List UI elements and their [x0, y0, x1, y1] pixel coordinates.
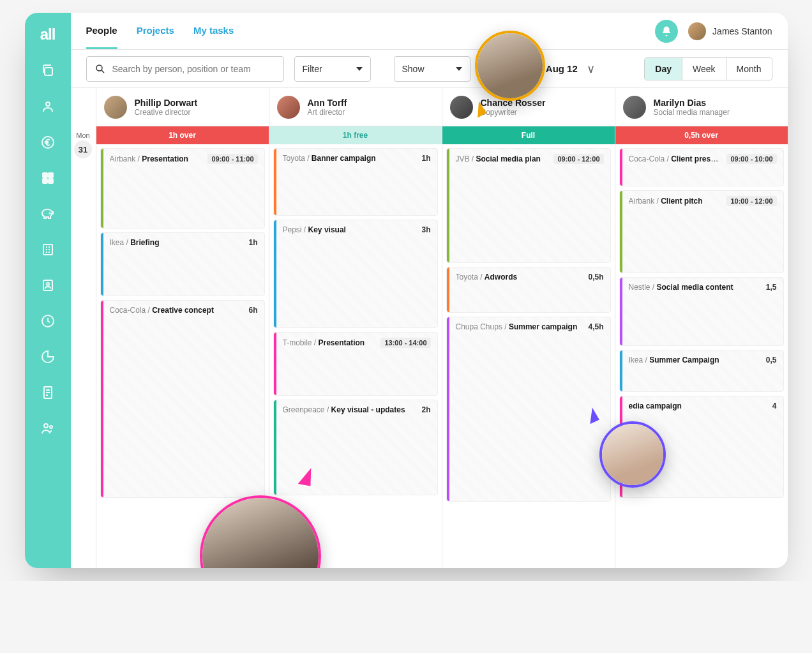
- person-column: Chance RosserCopywriterFullJVB / Social …: [442, 88, 615, 568]
- task-duration: 0,5: [766, 356, 777, 364]
- building-icon[interactable]: [40, 241, 56, 258]
- task-duration: 0,5h: [588, 273, 603, 281]
- avatar: [104, 96, 127, 119]
- tab-mytasks[interactable]: My tasks: [193, 25, 234, 49]
- task-card[interactable]: Greenpeace / Key visual - updates2h: [273, 400, 438, 495]
- task-title: Greenpeace / Key visual - updates: [283, 405, 405, 414]
- task-title: Airbank / Client pitch: [629, 197, 703, 206]
- task-duration: 6h: [248, 306, 257, 315]
- board: Mon 31 Phillip DorwartCreative director1…: [71, 88, 788, 568]
- next-button[interactable]: ∨: [587, 62, 595, 76]
- task-card[interactable]: JVB / Social media plan09:00 - 12:00: [446, 148, 611, 263]
- person-role: Creative director: [135, 108, 198, 117]
- avatar: [623, 96, 646, 119]
- person-column: Ann TorffArt director1h freeToyota / Ban…: [269, 88, 442, 568]
- task-card[interactable]: Nestle / Social media content1,5: [619, 277, 784, 346]
- task-card[interactable]: Toyota / Adwords0,5h: [446, 267, 611, 313]
- svg-line-16: [102, 70, 104, 73]
- task-card[interactable]: Ikea / Briefing1h: [100, 232, 265, 296]
- task-card[interactable]: Pepsi / Key visual3h: [273, 220, 438, 328]
- main: People Projects My tasks James Stanton F…: [71, 13, 788, 568]
- task-card[interactable]: Ikea / Summer Campaign0,5: [619, 350, 784, 392]
- svg-rect-5: [43, 179, 47, 183]
- task-time: 09:00 - 12:00: [553, 154, 603, 164]
- person-header: Marilyn DiasSocial media manager: [615, 88, 788, 126]
- task-time: 10:00 - 12:00: [726, 196, 776, 206]
- search-box[interactable]: [86, 56, 284, 82]
- person-header: Ann TorffArt director: [269, 88, 442, 126]
- view-switch: Day Week Month: [644, 57, 772, 80]
- notifications-button[interactable]: [655, 20, 678, 43]
- task-duration: 4: [772, 402, 777, 410]
- status-bar: 1h over: [96, 126, 269, 144]
- task-card[interactable]: Airbank / Client pitch10:00 - 12:00: [619, 190, 784, 273]
- svg-point-15: [96, 65, 102, 71]
- piggy-icon[interactable]: [40, 206, 56, 222]
- person-column: Phillip DorwartCreative director1h overA…: [96, 88, 269, 568]
- view-day[interactable]: Day: [645, 58, 682, 80]
- copy-icon[interactable]: [40, 63, 56, 79]
- status-bar: Full: [442, 126, 615, 144]
- person-name: Phillip Dorwart: [135, 98, 198, 108]
- svg-point-10: [47, 283, 49, 285]
- view-month[interactable]: Month: [726, 58, 772, 80]
- grid-icon[interactable]: [40, 170, 56, 186]
- task-title: edia campaign: [629, 402, 682, 410]
- tab-people[interactable]: People: [86, 25, 117, 49]
- clock-icon[interactable]: [40, 313, 56, 329]
- person-name: Ann Torff: [308, 98, 347, 108]
- person-role: Social media manager: [654, 108, 730, 117]
- filter-dropdown[interactable]: Filter: [294, 56, 371, 82]
- user-name: James Stanton: [712, 26, 772, 36]
- svg-point-13: [44, 424, 48, 428]
- person-role: Art director: [308, 108, 347, 117]
- task-duration: 3h: [421, 225, 430, 234]
- person-role: Copywriter: [481, 108, 546, 117]
- svg-rect-8: [43, 244, 52, 255]
- presence-avatar-purple: [599, 421, 666, 488]
- svg-rect-3: [43, 173, 47, 177]
- users-icon[interactable]: [40, 98, 56, 115]
- task-card[interactable]: Coca-Cola / Creative concept6h: [100, 300, 265, 498]
- tabs: People Projects My tasks: [86, 13, 234, 49]
- presence-avatar-yellow: [475, 31, 545, 101]
- day-column: Mon 31: [71, 88, 96, 568]
- search-icon: [94, 63, 106, 75]
- task-title: Pepsi / Key visual: [283, 225, 346, 234]
- person-header: Phillip DorwartCreative director: [96, 88, 269, 126]
- document-icon[interactable]: [40, 384, 56, 401]
- show-label: Show: [402, 64, 425, 74]
- svg-rect-6: [49, 179, 53, 183]
- tab-projects[interactable]: Projects: [137, 25, 174, 49]
- avatar: [450, 96, 473, 119]
- person-name: Marilyn Dias: [654, 98, 730, 108]
- search-input[interactable]: [112, 64, 276, 74]
- task-list: Coca-Cola / Client preset...09:00 - 10:0…: [615, 144, 788, 568]
- task-card[interactable]: T-mobile / Presentation13:00 - 14:00: [273, 332, 438, 396]
- task-title: Coca-Cola / Creative concept: [110, 306, 214, 315]
- task-title: Coca-Cola / Client preset...: [629, 154, 722, 163]
- task-list: JVB / Social media plan09:00 - 12:00Toyo…: [442, 144, 615, 568]
- status-bar: 1h free: [269, 126, 442, 144]
- logo: all: [40, 26, 56, 43]
- contact-icon[interactable]: [40, 277, 56, 294]
- task-card[interactable]: Airbank / Presentation09:00 - 11:00: [100, 148, 265, 229]
- task-title: Chupa Chups / Summer campaign: [456, 322, 578, 331]
- show-dropdown[interactable]: Show: [394, 56, 470, 82]
- team-icon[interactable]: [40, 420, 56, 437]
- svg-point-7: [49, 213, 50, 213]
- task-title: Ikea / Briefing: [110, 238, 160, 247]
- task-duration: 1h: [421, 154, 430, 163]
- day-number: 31: [74, 140, 92, 158]
- task-title: Ikea / Summer Campaign: [629, 356, 719, 364]
- task-card[interactable]: Coca-Cola / Client preset...09:00 - 10:0…: [619, 148, 784, 186]
- euro-icon[interactable]: [40, 134, 56, 151]
- task-card[interactable]: Toyota / Banner campaign1h: [273, 148, 438, 216]
- chevron-down-icon: [356, 67, 363, 71]
- view-week[interactable]: Week: [682, 58, 726, 80]
- user-menu[interactable]: James Stanton: [688, 22, 772, 40]
- chart-icon[interactable]: [40, 349, 56, 365]
- task-duration: 1,5: [766, 283, 777, 292]
- app-window: all People Projects My tasks James Stant…: [25, 13, 788, 568]
- task-card[interactable]: Chupa Chups / Summer campaign4,5h: [446, 317, 611, 502]
